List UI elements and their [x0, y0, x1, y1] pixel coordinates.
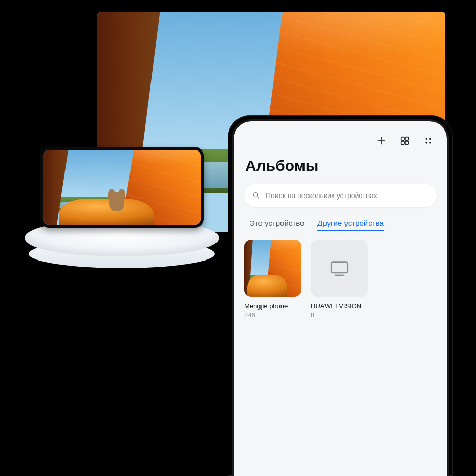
device-thumbnail — [311, 240, 368, 297]
grid-icon — [399, 135, 410, 146]
more-button[interactable] — [422, 135, 435, 147]
search-icon — [252, 191, 261, 200]
gallery-app: Альбомы Поиск на нескольких устройствах … — [234, 121, 447, 476]
secondary-phone — [40, 147, 204, 228]
svg-line-11 — [257, 197, 259, 198]
primary-phone: Альбомы Поиск на нескольких устройствах … — [228, 115, 453, 476]
device-tabs: Это устройство Другие устройства — [249, 219, 431, 231]
device-item-phone[interactable]: Mengjie phone 246 — [244, 240, 301, 319]
search-placeholder: Поиск на нескольких устройствах — [266, 191, 377, 200]
svg-point-10 — [254, 193, 258, 197]
plus-icon — [376, 135, 387, 146]
svg-point-9 — [429, 142, 431, 143]
device-item-vision[interactable]: HUAWEI VISION 8 — [311, 240, 368, 319]
add-button[interactable] — [375, 135, 387, 147]
app-toolbar — [244, 129, 437, 152]
page-title: Альбомы — [245, 157, 436, 175]
device-count: 246 — [244, 311, 301, 319]
svg-rect-4 — [401, 141, 404, 144]
svg-rect-3 — [405, 137, 408, 140]
search-input[interactable]: Поиск на нескольких устройствах — [244, 184, 437, 207]
device-name: Mengjie phone — [244, 302, 301, 310]
more-icon — [424, 136, 433, 145]
svg-rect-2 — [401, 137, 404, 140]
device-grid: Mengjie phone 246 HUAWEI VISION 8 — [244, 240, 437, 319]
svg-point-7 — [429, 138, 431, 140]
svg-rect-12 — [331, 262, 348, 273]
svg-point-8 — [426, 142, 427, 143]
grid-view-button[interactable] — [399, 135, 411, 147]
svg-rect-5 — [405, 141, 408, 144]
device-thumbnail — [244, 240, 301, 297]
tab-this-device[interactable]: Это устройство — [249, 219, 304, 231]
svg-point-6 — [426, 138, 427, 140]
device-count: 8 — [311, 311, 368, 319]
device-stand — [25, 220, 219, 282]
tab-other-devices[interactable]: Другие устройства — [317, 219, 383, 231]
tv-icon — [329, 257, 350, 279]
device-name: HUAWEI VISION — [311, 302, 368, 310]
